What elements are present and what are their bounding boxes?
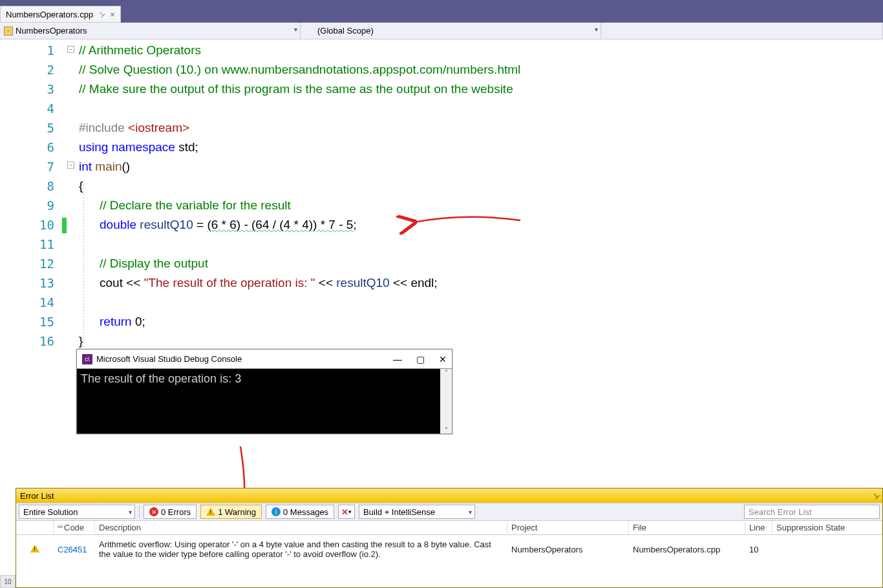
brace-guide <box>83 180 84 347</box>
code-line: } <box>79 334 83 349</box>
lineno: 3 <box>47 82 54 96</box>
code-line: cout << "The result of the operation is:… <box>100 276 438 291</box>
code-line: using namespace std; <box>79 140 198 155</box>
console-titlebar[interactable]: c\ Microsoft Visual Studio Debug Console… <box>77 350 452 369</box>
error-code[interactable]: C26451 <box>54 543 95 556</box>
chevron-down-icon: ▾ <box>294 26 297 33</box>
close-icon[interactable]: ✕ <box>439 354 447 364</box>
code-line: double resultQ10 = (6 * 6) - (64 / (4 * … <box>100 218 357 233</box>
lineno: 7 <box>47 160 54 174</box>
scope-selector[interactable]: (Global Scope) ▾ <box>301 23 601 39</box>
error-icon: ✕ <box>149 507 158 516</box>
tab-file[interactable]: NumbersOperators.cpp ⊣ × <box>0 6 121 23</box>
code-line: // Declare the variable for the result <box>100 198 291 213</box>
console-output: The result of the operation is: 3 <box>81 372 241 385</box>
col-suppression[interactable]: Suppression State <box>772 521 882 534</box>
error-list-row[interactable]: C26451 Arithmetic overflow: Using operat… <box>16 535 882 563</box>
class-selector[interactable]: + NumbersOperators ▾ <box>0 23 301 39</box>
left-margin-stub: 10 <box>0 575 16 588</box>
chevron-down-icon: ▾ <box>595 26 598 33</box>
lineno: 1 <box>47 43 54 58</box>
messages-filter-button[interactable]: i0 Messages <box>266 505 334 519</box>
pin-icon[interactable]: ⊣ <box>96 9 107 19</box>
error-list-columns: ᵃᵇCode Description Project File Line Sup… <box>16 521 882 535</box>
close-icon[interactable]: × <box>110 10 115 19</box>
debug-console-window: c\ Microsoft Visual Studio Debug Console… <box>76 349 452 434</box>
warnings-filter-button[interactable]: 1 Warning <box>200 505 262 519</box>
member-selector[interactable] <box>601 23 883 39</box>
arrow-to-expression <box>414 217 520 222</box>
code-line: // Make sure the output of this program … <box>79 82 513 97</box>
code-line: // Solve Question (10.) on www.numbersan… <box>79 63 520 78</box>
document-tabs: NumbersOperators.cpp ⊣ × <box>0 6 883 23</box>
col-project[interactable]: Project <box>507 521 629 534</box>
lineno: 16 <box>39 334 54 348</box>
scope-dropdown[interactable]: Entire Solution <box>19 505 135 519</box>
error-list-title: Error List <box>20 491 54 501</box>
error-list-panel: Error List ⊣ Entire Solution ✕0 Errors 1… <box>16 488 883 588</box>
lineno: 4 <box>47 101 54 116</box>
lineno: 2 <box>47 63 54 77</box>
lineno: 6 <box>47 140 54 154</box>
lineno: 14 <box>39 295 54 310</box>
code-editor[interactable]: 1 2 3 4 5 6 7 8 9 10 11 12 13 14 15 16 -… <box>0 39 883 492</box>
lineno: 8 <box>47 179 54 193</box>
class-name: NumbersOperators <box>16 26 87 36</box>
console-title: Microsoft Visual Studio Debug Console <box>96 354 242 364</box>
fold-toggle[interactable]: - <box>67 46 74 53</box>
console-output-area: The result of the operation is: 3 ˄˅ <box>77 369 452 434</box>
console-icon: c\ <box>82 354 92 364</box>
col-icon[interactable] <box>16 521 54 534</box>
code-line: // Display the output <box>100 257 208 271</box>
info-icon: i <box>271 507 281 516</box>
clear-filter-button[interactable]: ✕▾ <box>338 505 355 519</box>
project-icon: + <box>4 26 13 36</box>
warning-icon <box>30 545 39 552</box>
search-error-list[interactable]: Search Error List <box>744 505 880 519</box>
scope-name: (Global Scope) <box>317 26 374 36</box>
error-description: Arithmetic overflow: Using operator '-' … <box>95 538 507 560</box>
line-gutter: 1 2 3 4 5 6 7 8 9 10 11 12 13 14 15 16 <box>0 39 62 492</box>
lineno: 12 <box>39 257 54 271</box>
console-scrollbar[interactable]: ˄˅ <box>440 369 452 434</box>
error-line: 10 <box>745 543 772 556</box>
code-line: // Arithmetic Operators <box>79 43 201 58</box>
window-titlebar <box>0 0 883 6</box>
lineno: 9 <box>47 198 54 213</box>
maximize-icon[interactable]: ▢ <box>416 354 425 364</box>
error-project: NumbersOperators <box>507 543 629 556</box>
code-line: #include <iostream> <box>79 121 189 136</box>
lineno: 13 <box>39 276 54 290</box>
lineno: 11 <box>39 237 54 251</box>
change-marker <box>62 218 67 233</box>
col-line[interactable]: Line <box>745 521 772 534</box>
arrow-to-warning <box>240 446 244 492</box>
pin-icon[interactable]: ⊣ <box>870 490 881 501</box>
col-file[interactable]: File <box>629 521 745 534</box>
navigation-bar: + NumbersOperators ▾ (Global Scope) ▾ <box>0 23 883 39</box>
error-list-toolbar: Entire Solution ✕0 Errors 1 Warning i0 M… <box>16 503 882 521</box>
minimize-icon[interactable]: — <box>393 354 402 364</box>
lineno: 10 <box>39 218 54 232</box>
lineno: 5 <box>47 121 54 135</box>
error-file: NumbersOperators.cpp <box>629 543 745 556</box>
code-line: int main() <box>79 160 130 174</box>
warning-icon <box>206 508 215 516</box>
col-description[interactable]: Description <box>95 521 507 534</box>
error-list-header[interactable]: Error List ⊣ <box>16 488 882 503</box>
errors-filter-button[interactable]: ✕0 Errors <box>144 505 197 519</box>
tab-filename: NumbersOperators.cpp <box>6 10 93 19</box>
lineno: 15 <box>39 315 54 329</box>
code-line: { <box>79 179 83 194</box>
code-line: return 0; <box>100 315 145 330</box>
error-suppression <box>772 548 882 551</box>
col-code[interactable]: ᵃᵇCode <box>54 521 95 534</box>
build-source-dropdown[interactable]: Build + IntelliSense <box>359 505 475 519</box>
fold-toggle[interactable]: - <box>67 162 74 169</box>
